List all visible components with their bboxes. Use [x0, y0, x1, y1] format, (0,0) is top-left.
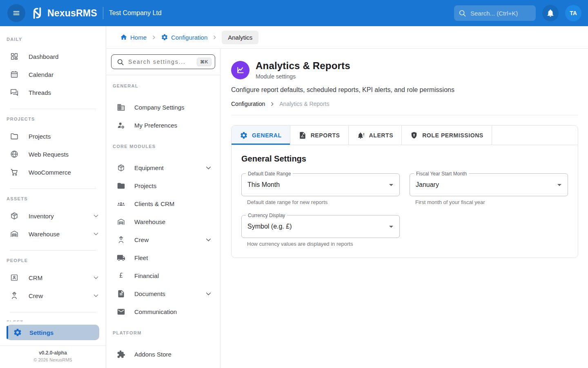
panel-heading: General Settings: [241, 154, 568, 164]
breadcrumb-parent[interactable]: Configuration: [231, 101, 265, 107]
shortcut-badge: ⌘K: [197, 58, 212, 66]
sidebar-item-crew[interactable]: Crew: [0, 287, 106, 305]
bell-icon: [546, 9, 555, 18]
settings-search-wrap: ⌘K: [106, 49, 220, 75]
chevron-right-icon: [269, 101, 275, 107]
settings-item-label: Warehouse: [134, 218, 213, 225]
pound-icon: £: [117, 272, 125, 280]
mail-icon: [117, 307, 125, 316]
settings-search-input[interactable]: [127, 58, 194, 65]
user-avatar[interactable]: TA: [565, 5, 581, 21]
sidebar-item-web-requests[interactable]: Web Requests: [0, 145, 106, 163]
topbar: NexusRMS Test Company Ltd TA: [0, 0, 588, 26]
select-default-date-range[interactable]: Default Date Range This Month: [241, 173, 400, 196]
settings-item-crew[interactable]: Crew: [106, 231, 220, 249]
tab-bar: GENERAL REPORTS ALERTS ROLE PERMISSIONS: [232, 126, 578, 145]
sidebar-item-label: Dashboard: [29, 53, 100, 60]
settings-item-communication[interactable]: Communication: [106, 303, 220, 321]
divider: [10, 312, 96, 312]
select-fiscal-year-start-month[interactable]: Fiscal Year Start Month January: [410, 173, 568, 196]
caret-down-icon: [386, 180, 396, 190]
tab-alerts[interactable]: ALERTS: [349, 126, 402, 145]
sidebar-item-label: Inventory: [29, 213, 82, 220]
page-title: Analytics & Reports: [256, 60, 350, 72]
tab-label: ROLE PERMISSIONS: [422, 132, 483, 139]
sidebar-item-label: Threads: [29, 89, 100, 96]
sidebar-item-woocommerce[interactable]: WooCommerce: [0, 163, 106, 181]
gear-icon: [240, 131, 248, 139]
settings-item-company-settings[interactable]: Company Settings: [106, 98, 220, 116]
settings-item-addons-store[interactable]: Addons Store: [106, 345, 220, 363]
global-search[interactable]: [454, 5, 536, 21]
tab-label: REPORTS: [311, 132, 340, 139]
chart-doc-icon: [298, 131, 307, 139]
tab-role-permissions[interactable]: ROLE PERMISSIONS: [402, 126, 492, 145]
field-helper: How currency values are displayed in rep…: [247, 241, 400, 247]
general-panel: General Settings Default Date Range This…: [232, 145, 578, 258]
breadcrumb-link-configuration[interactable]: Configuration: [161, 34, 207, 41]
sidebar-item-label: CRM: [29, 274, 82, 281]
breadcrumb-current: Analytics & Reports: [279, 101, 329, 107]
gear-icon: [13, 328, 22, 337]
settings-item-documents[interactable]: Documents: [106, 285, 220, 303]
module-description: Configure report defaults, scheduled rep…: [231, 86, 578, 94]
company-name: Test Company Ltd: [109, 9, 162, 17]
badge-icon: [10, 273, 19, 282]
tab-general[interactable]: GENERAL: [232, 126, 290, 145]
breadcrumb-label: Home: [130, 34, 147, 41]
settings-item-label: Crew: [134, 236, 195, 243]
field-value: Symbol (e.g. £): [247, 223, 292, 230]
settings-item-clients-crm[interactable]: Clients & CRM: [106, 195, 220, 213]
cart-icon: [10, 168, 19, 177]
settings-item-label: Equipment: [134, 164, 195, 171]
settings-item-warehouse[interactable]: Warehouse: [106, 213, 220, 231]
sidebar-footer: Settings v0.2.0-alpha © 2026 NexusRMS: [0, 321, 106, 368]
sidebar-item-calendar[interactable]: Calendar: [0, 65, 106, 83]
chevron-down-icon: [92, 212, 100, 220]
app-window: NexusRMS Test Company Ltd TA DAILY Dashb…: [0, 0, 588, 368]
sidebar-item-crm[interactable]: CRM: [0, 269, 106, 287]
truck-icon: [117, 254, 125, 262]
field-label: Currency Display: [246, 213, 287, 218]
home-icon: [120, 34, 127, 41]
sidebar-item-warehouse[interactable]: Warehouse: [0, 225, 106, 243]
module-avatar: [231, 61, 249, 79]
tab-reports[interactable]: REPORTS: [290, 126, 349, 145]
breadcrumb-label: Configuration: [171, 34, 207, 41]
sidebar-item-label: WooCommerce: [29, 169, 100, 176]
groups-icon: [117, 200, 125, 208]
settings-search[interactable]: ⌘K: [111, 54, 215, 69]
settings-section-label: PLATFORM: [106, 330, 220, 337]
global-search-input[interactable]: [470, 9, 529, 17]
search-icon: [116, 58, 124, 66]
nav-section-label: ASSETS: [0, 196, 106, 203]
app-name: NexusRMS: [47, 8, 97, 19]
notifications-button[interactable]: [542, 5, 559, 21]
sidebar-item-dashboard[interactable]: Dashboard: [0, 47, 106, 65]
menu-button[interactable]: [7, 4, 25, 22]
main-content: Analytics & Reports Module settings Conf…: [220, 49, 588, 368]
dashboard-icon: [10, 52, 19, 61]
tab-label: GENERAL: [252, 132, 282, 139]
sidebar-item-settings[interactable]: Settings: [7, 325, 99, 340]
settings-item-fleet[interactable]: Fleet: [106, 249, 220, 267]
sidebar-item-inventory[interactable]: Inventory: [0, 207, 106, 225]
settings-item-financial[interactable]: £ Financial: [106, 267, 220, 285]
sidebar-item-projects[interactable]: Projects: [0, 127, 106, 145]
box-icon: [117, 164, 125, 172]
settings-item-my-preferences[interactable]: My Preferences: [106, 116, 220, 134]
field-helper: Default date range for new reports: [247, 199, 400, 205]
settings-item-equipment[interactable]: Equipment: [106, 159, 220, 177]
box-icon: [10, 211, 19, 220]
settings-item-projects[interactable]: Projects: [106, 177, 220, 195]
select-currency-display[interactable]: Currency Display Symbol (e.g. £): [241, 215, 400, 238]
sidebar-item-threads[interactable]: Threads: [0, 83, 106, 101]
fields-grid: Default Date Range This Month Default da…: [241, 173, 568, 247]
field-label: Default Date Range: [246, 171, 293, 177]
breadcrumb-link-home[interactable]: Home: [120, 34, 147, 41]
puzzle-icon: [117, 350, 125, 359]
engineer-icon: [117, 236, 125, 244]
sidebar-item-label: Web Requests: [29, 151, 100, 158]
settings-item-label: Communication: [134, 308, 213, 315]
caret-down-icon: [386, 222, 396, 231]
